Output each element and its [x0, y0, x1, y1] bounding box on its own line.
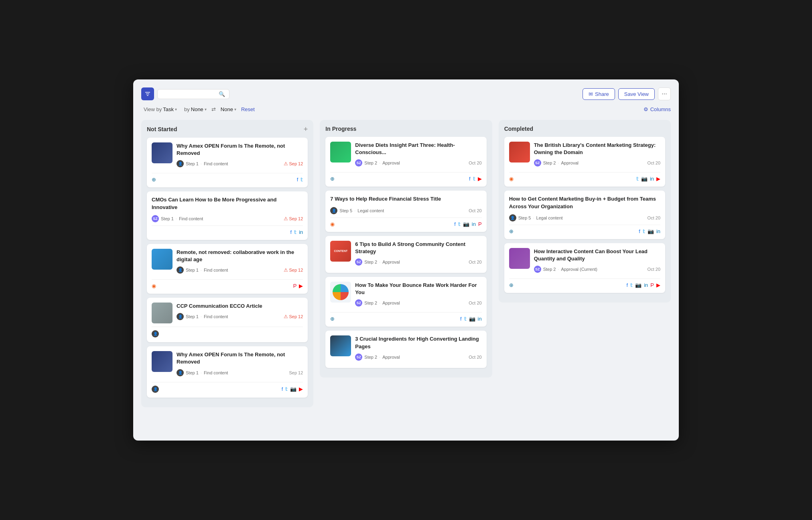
card-8-date: Oct 20: [469, 260, 481, 264]
card-3-yt-icon[interactable]: ▶: [299, 283, 303, 289]
toolbar-left: 🔍: [141, 87, 229, 100]
card-5-step: Step 1: [186, 370, 199, 375]
card-12-wp-icon[interactable]: ⊕: [509, 228, 514, 234]
card-13-yt-icon[interactable]: ▶: [656, 282, 660, 288]
sort-dropdown[interactable]: None ▾: [218, 105, 239, 114]
card-2-fb-icon[interactable]: f: [290, 229, 292, 235]
card-3[interactable]: Remote, not removed: collaborative work …: [147, 244, 308, 294]
card-1-fb-icon[interactable]: f: [297, 177, 298, 183]
view-by-chevron: ▾: [175, 107, 177, 112]
card-5[interactable]: Why Amex OPEN Forum Is The Remote, not R…: [147, 346, 308, 397]
card-13-wp-icon[interactable]: ⊕: [509, 282, 514, 288]
card-9-in-icon[interactable]: 📷: [469, 316, 475, 322]
card-6-title: Diverse Diets Insight Part Three: Health…: [355, 142, 481, 156]
card-1[interactable]: Why Amex OPEN Forum Is The Remote, not R…: [147, 138, 308, 187]
card-2[interactable]: CMOs Can Learn How to Be More Progressiv…: [147, 191, 308, 240]
card-12-date: Oct 20: [648, 215, 660, 220]
more-button[interactable]: ···: [658, 87, 671, 100]
card-13-in-icon[interactable]: 📷: [635, 282, 641, 288]
card-1-tw-icon[interactable]: 𝕥: [300, 177, 303, 183]
card-7-fb-icon[interactable]: f: [454, 221, 456, 227]
search-icon: 🔍: [219, 91, 225, 97]
card-12-step-detail: Legal content: [536, 215, 563, 220]
card-2-li-icon[interactable]: in: [299, 229, 303, 235]
card-6-yt-icon[interactable]: ▶: [478, 176, 482, 182]
card-13-tw-icon[interactable]: 𝕥: [630, 282, 633, 288]
card-12-fb-icon[interactable]: f: [639, 228, 640, 234]
card-6-fb-icon[interactable]: f: [469, 176, 471, 182]
save-view-button[interactable]: Save View: [618, 88, 655, 100]
card-13-li-icon[interactable]: in: [644, 282, 648, 288]
by-dropdown[interactable]: by None ▾: [182, 105, 209, 114]
card-11-yt-icon[interactable]: ▶: [656, 176, 660, 182]
share-icon: ✉: [589, 91, 593, 97]
card-7-tw-icon[interactable]: 𝕥: [458, 221, 461, 227]
card-7-pi-icon[interactable]: P: [478, 221, 482, 227]
card-7-step-detail: Legal content: [357, 208, 384, 213]
card-13-fb-icon[interactable]: f: [627, 282, 628, 288]
card-3-rss-icon[interactable]: ◉: [152, 283, 156, 289]
card-12-tw-icon[interactable]: 𝕥: [643, 228, 645, 234]
column-not-started-add[interactable]: +: [304, 126, 308, 133]
card-7-in-icon[interactable]: 📷: [463, 221, 469, 227]
filter-button[interactable]: [141, 87, 154, 100]
card-2-title: CMOs Can Learn How to Be More Progressiv…: [152, 196, 303, 211]
sync-icon[interactable]: ⇄: [211, 106, 216, 112]
card-6-tw-icon[interactable]: 𝕥: [473, 176, 475, 182]
card-9-li-icon[interactable]: in: [478, 316, 482, 322]
card-10[interactable]: 3 Crucial Ingredients for High Convertin…: [325, 331, 486, 368]
card-9[interactable]: How To Make Your Bounce Rate Work Harder…: [325, 277, 486, 327]
card-11-tw-icon[interactable]: 𝕥: [636, 176, 639, 182]
card-7-rss-icon[interactable]: ◉: [330, 221, 335, 227]
search-box[interactable]: 🔍: [157, 89, 229, 99]
card-4-title: CCP Communication ECCO Article: [177, 303, 303, 310]
card-6[interactable]: Diverse Diets Insight Part Three: Health…: [325, 137, 486, 187]
card-5-tw-icon[interactable]: 𝕥: [285, 386, 288, 392]
card-11-in-icon[interactable]: 📷: [641, 176, 648, 182]
card-12-li-icon[interactable]: in: [656, 228, 660, 234]
columns-button[interactable]: ⚙ Columns: [644, 106, 671, 112]
card-5-yt-icon[interactable]: ▶: [299, 386, 303, 392]
card-4[interactable]: CCP Communication ECCO Article 👤 Step 1 …: [147, 298, 308, 342]
app-window: 🔍 ✉ Share Save View ··· View by Task ▾: [133, 79, 679, 441]
card-8[interactable]: CONTENT 6 Tips to Build A Strong Communi…: [325, 236, 486, 273]
card-2-tw-icon[interactable]: 𝕥: [294, 229, 296, 235]
card-9-step-detail: Approval: [382, 301, 400, 305]
card-11-avatar: SZ: [534, 159, 541, 167]
card-3-thumb: [152, 249, 173, 270]
column-not-started-title: Not Started: [147, 126, 177, 132]
card-9-wp-icon[interactable]: ⊕: [330, 316, 335, 322]
view-by-dropdown[interactable]: View by Task ▾: [141, 105, 179, 114]
card-9-tw-icon[interactable]: 𝕥: [464, 316, 467, 322]
view-by-value: Task: [163, 106, 174, 112]
card-10-thumb: [330, 335, 351, 356]
card-11-rss-icon[interactable]: ◉: [509, 176, 514, 182]
card-8-avatar: SZ: [355, 258, 362, 266]
card-4-step-detail: Find content: [204, 314, 228, 319]
card-7[interactable]: 7 Ways to Help Reduce Financial Stress T…: [325, 191, 486, 232]
column-in-progress: In Progress Diverse Diets Insight Part T…: [320, 120, 492, 378]
card-7-li-icon[interactable]: in: [472, 221, 476, 227]
card-12[interactable]: How to Get Content Marketing Buy-in + Bu…: [504, 191, 665, 239]
search-input[interactable]: [162, 91, 216, 97]
card-9-fb-icon[interactable]: f: [460, 316, 462, 322]
column-not-started: Not Started + Why Amex OPEN Forum Is The…: [141, 120, 313, 407]
card-13[interactable]: How Interactive Content Can Boost Your L…: [504, 243, 665, 293]
card-11[interactable]: The British Library's Content Marketing …: [504, 137, 665, 187]
reset-button[interactable]: Reset: [241, 106, 255, 112]
card-5-fb-icon[interactable]: f: [282, 386, 283, 392]
card-2-date: ⚠ Sep 12: [284, 216, 303, 221]
card-5-title: Why Amex OPEN Forum Is The Remote, not R…: [177, 351, 303, 366]
card-12-in-icon[interactable]: 📷: [648, 228, 654, 234]
card-13-pi-icon[interactable]: P: [650, 282, 654, 288]
card-5-in-icon[interactable]: 📷: [290, 386, 296, 392]
card-11-li-icon[interactable]: in: [650, 176, 654, 182]
card-6-wp-icon[interactable]: ⊕: [330, 176, 335, 182]
card-1-wp-icon[interactable]: ⊕: [152, 177, 156, 183]
card-3-pi-icon[interactable]: P: [293, 283, 297, 289]
card-9-thumb: [330, 282, 351, 303]
card-11-thumb: [509, 142, 530, 162]
card-11-step: Step 2: [543, 160, 556, 165]
card-7-step: Step 5: [339, 208, 352, 213]
share-button[interactable]: ✉ Share: [583, 88, 615, 100]
